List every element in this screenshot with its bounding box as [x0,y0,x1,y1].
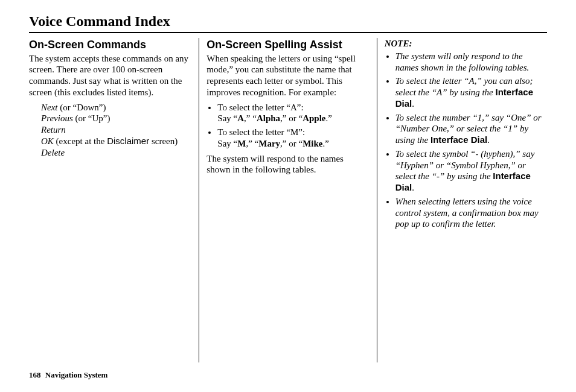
command-list: Next (or “Down”) Previous (or “Up”) Retu… [41,102,191,159]
heading-spelling-assist: On-Screen Spelling Assist [206,38,369,52]
note-heading: NOTE: [385,38,547,49]
page-footer: 168 Navigation System [29,370,107,380]
cmd-return: Return [41,124,191,136]
page-title: Voice Command Index [29,12,547,32]
note-1: The system will only respond to the name… [395,51,547,74]
note-5: When selecting letters using the voice c… [395,196,547,230]
note-2: To select the letter “A,” you can also; … [395,75,547,109]
cmd-ok: OK (except at the Disclaimer screen) [41,136,191,147]
column-right: NOTE: The system will only respond to th… [377,38,547,362]
example-letter-m: To select the letter “M”: Say “M,” “Mary… [217,127,369,150]
heading-on-screen-commands: On-Screen Commands [29,38,191,52]
column-left: On-Screen Commands The system accepts th… [29,38,199,362]
intro-on-screen-commands: The system accepts these commands on any… [29,53,191,98]
example-letter-a: To select the letter “A”: Say “A,” “Alph… [217,102,369,125]
page: Voice Command Index On-Screen Commands T… [0,0,576,392]
cmd-delete: Delete [41,147,191,159]
cmd-previous: Previous (or “Up”) [41,113,191,124]
title-rule [29,32,547,33]
note-4: To select the symbol “- (hyphen),” say “… [395,148,547,194]
cmd-next: Next (or “Down”) [41,102,191,113]
column-middle: On-Screen Spelling Assist When speaking … [199,38,377,362]
note-3: To select the number “1,” say “One” or “… [395,112,547,146]
spelling-examples: To select the letter “A”: Say “A,” “Alph… [206,102,369,150]
outro-spelling-assist: The system will respond to the names sho… [206,153,369,176]
page-number: 168 [29,370,41,379]
intro-spelling-assist: When speaking the letters or using “spel… [206,53,369,98]
columns: On-Screen Commands The system accepts th… [29,38,547,362]
note-list: The system will only respond to the name… [385,51,547,230]
footer-label: Navigation System [45,370,108,379]
